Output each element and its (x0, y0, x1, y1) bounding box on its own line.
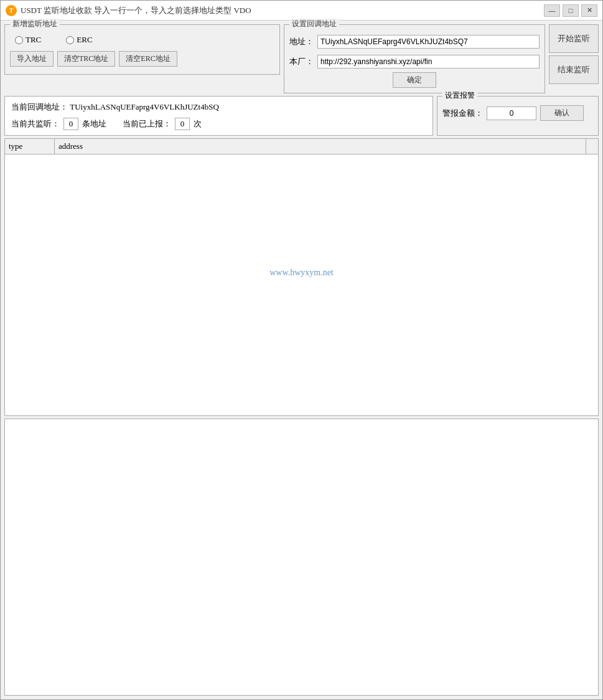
reported-count: 0 (175, 118, 190, 130)
table-header: type address (5, 139, 598, 154)
table-body: www.hwyxym.net (5, 154, 598, 391)
monitor-controls: 开始监听 结束监听 (549, 24, 599, 84)
monitoring-count: 0 (63, 118, 78, 130)
callback-address-label: 地址： (289, 36, 314, 47)
current-callback-value: TUiyxhLASNqUEFaprg4V6VLKhJUZt4bSQ (70, 102, 219, 111)
new-address-legend: 新增监听地址 (10, 19, 60, 29)
monitoring-unit: 条地址 (82, 118, 106, 130)
main-window: T USDT 监听地址收款 导入一行一个，导入之前选择地址类型 VDO — □ … (0, 0, 603, 700)
clear-trc-button[interactable]: 清空TRC地址 (57, 51, 115, 67)
callback-factory-label: 本厂： (289, 56, 314, 67)
alarm-legend: 设置报警 (442, 90, 477, 101)
alarm-value-input[interactable] (487, 106, 536, 120)
callback-address-input[interactable] (317, 35, 540, 49)
alarm-confirm-button[interactable]: 确认 (540, 105, 584, 121)
alarm-label: 警报金额： (442, 108, 483, 119)
window-controls: — □ ✕ (544, 4, 597, 17)
stop-monitor-button[interactable]: 结束监听 (549, 55, 599, 84)
clear-erc-button[interactable]: 清空ERC地址 (119, 51, 177, 67)
status-section: 当前回调地址： TUiyxhLASNqUEFaprg4V6VLKhJUZt4bS… (4, 96, 433, 136)
start-monitor-button[interactable]: 开始监听 (549, 24, 599, 53)
import-address-button[interactable]: 导入地址 (10, 51, 54, 67)
main-content: 新增监听地址 TRC ERC 导入地址 清空TRC地址 (1, 21, 602, 699)
new-address-fieldset: 新增监听地址 TRC ERC 导入地址 清空TRC地址 (4, 24, 280, 75)
alarm-row: 警报金额： 确认 (442, 99, 593, 121)
window-title: USDT 监听地址收款 导入一行一个，导入之前选择地址类型 VDO (21, 5, 544, 16)
table-col-type-header: type (5, 139, 55, 154)
callback-confirm-row: 确定 (289, 72, 540, 88)
trc-label: TRC (26, 35, 41, 45)
erc-label: ERC (77, 35, 92, 45)
erc-radio-circle (66, 36, 74, 44)
erc-radio[interactable]: ERC (66, 35, 92, 45)
callback-legend: 设置回调地址 (289, 19, 339, 29)
callback-factory-row: 本厂： (289, 52, 540, 69)
status-alarm-row: 当前回调地址： TUiyxhLASNqUEFaprg4V6VLKhJUZt4bS… (4, 96, 599, 136)
minimize-button[interactable]: — (544, 4, 560, 17)
trc-radio[interactable]: TRC (15, 35, 41, 45)
table-col-extra-header (586, 139, 598, 154)
address-button-row: 导入地址 清空TRC地址 清空ERC地址 (10, 49, 274, 69)
title-bar: T USDT 监听地址收款 导入一行一个，导入之前选择地址类型 VDO — □ … (1, 1, 602, 21)
status-box: 当前回调地址： TUiyxhLASNqUEFaprg4V6VLKhJUZt4bS… (4, 96, 433, 136)
close-button[interactable]: ✕ (581, 4, 597, 17)
reported-label: 当前已上报： (123, 118, 171, 130)
alarm-section: 设置报警 警报金额： 确认 (437, 96, 599, 136)
trc-radio-circle (15, 36, 23, 44)
app-icon: T (6, 5, 17, 16)
maximize-button[interactable]: □ (563, 4, 579, 17)
new-address-section: 新增监听地址 TRC ERC 导入地址 清空TRC地址 (4, 24, 280, 75)
watermark-link[interactable]: www.hwyxym.net (269, 268, 334, 278)
callback-confirm-button[interactable]: 确定 (393, 72, 436, 88)
status-counts-row: 当前共监听： 0 条地址 当前已上报： 0 次 (11, 118, 426, 130)
table-col-address-header: address (55, 139, 586, 154)
radio-row: TRC ERC (10, 27, 274, 49)
reported-unit: 次 (194, 118, 202, 130)
monitoring-label: 当前共监听： (11, 118, 60, 130)
current-callback-label: 当前回调地址： (11, 102, 68, 111)
top-panels: 新增监听地址 TRC ERC 导入地址 清空TRC地址 (4, 24, 599, 93)
status-callback-row: 当前回调地址： TUiyxhLASNqUEFaprg4V6VLKhJUZt4bS… (11, 102, 426, 113)
callback-factory-input[interactable] (317, 55, 540, 69)
callback-section: 设置回调地址 地址： 本厂： 确定 (284, 24, 545, 93)
address-table: type address www.hwyxym.net (4, 138, 599, 416)
callback-address-row: 地址： (289, 32, 540, 49)
callback-fieldset: 设置回调地址 地址： 本厂： 确定 (284, 24, 545, 93)
bottom-panel (4, 419, 599, 696)
